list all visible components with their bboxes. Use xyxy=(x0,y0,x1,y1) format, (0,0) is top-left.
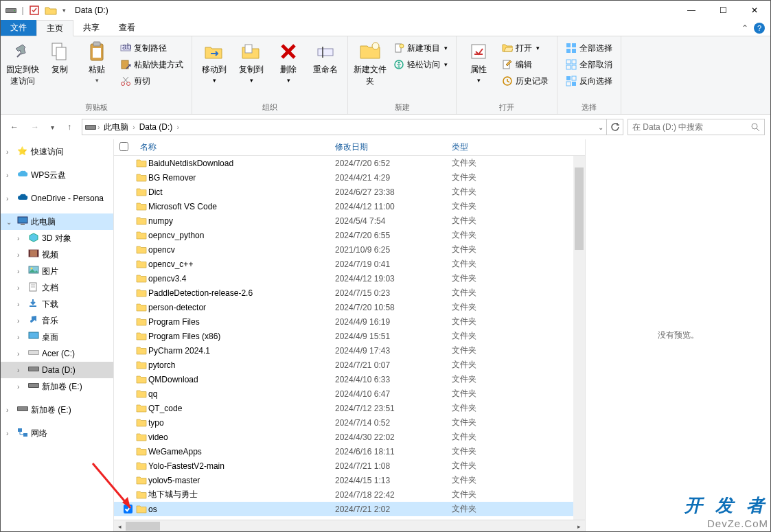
copy-path-button[interactable]: abc复制路径 xyxy=(117,41,186,56)
file-row[interactable]: yolov5-master2024/4/15 1:13文件夹 xyxy=(114,473,585,487)
rename-button[interactable]: 重命名 xyxy=(309,39,342,76)
move-to-button[interactable]: 移动到▾ xyxy=(198,39,231,84)
file-row[interactable]: Program Files (x86)2024/4/9 15:51文件夹 xyxy=(114,329,585,343)
search-box[interactable] xyxy=(628,119,765,135)
select-all-button[interactable]: 全部选择 xyxy=(563,41,615,56)
file-name: pytorch xyxy=(148,360,335,370)
file-row[interactable]: QMDownload2024/4/10 6:33文件夹 xyxy=(114,372,585,386)
copy-button[interactable]: 复制 xyxy=(43,39,76,76)
file-row[interactable]: person-detector2024/7/20 10:58文件夹 xyxy=(114,300,585,314)
file-row[interactable]: qq2024/4/10 6:47文件夹 xyxy=(114,386,585,401)
file-row[interactable]: numpy2024/5/4 7:54文件夹 xyxy=(114,213,585,228)
sidebar-acer-c[interactable]: ›Acer (C:) xyxy=(1,345,113,362)
file-row[interactable]: pytorch2024/7/21 0:07文件夹 xyxy=(114,358,585,372)
breadcrumb-dropdown-icon[interactable]: ⌄ xyxy=(598,124,603,131)
column-name[interactable]: 名称 xyxy=(136,141,335,153)
copy-to-button[interactable]: 复制到▾ xyxy=(235,39,268,84)
sidebar-desktop[interactable]: ›桌面 xyxy=(1,329,113,345)
file-row[interactable]: oepncv_python2024/7/20 6:55文件夹 xyxy=(114,228,585,242)
easy-access-button[interactable]: 轻松访问▾ xyxy=(391,57,450,72)
breadcrumb-sep-icon[interactable]: › xyxy=(97,124,100,131)
history-button[interactable]: 历史记录 xyxy=(499,73,551,89)
sidebar-data-d[interactable]: ›Data (D:) xyxy=(1,362,113,378)
ribbon-collapse-icon[interactable]: ⌃ xyxy=(741,23,748,33)
file-row[interactable]: Program Files2024/4/9 16:19文件夹 xyxy=(114,314,585,329)
breadcrumb-sep-icon[interactable]: › xyxy=(176,124,179,131)
svg-line-4 xyxy=(17,54,21,57)
delete-button[interactable]: 删除▾ xyxy=(272,39,305,84)
open-button[interactable]: 打开▾ xyxy=(499,41,551,56)
nav-back-button[interactable]: ← xyxy=(6,119,23,135)
sidebar-vol-e2[interactable]: ›新加卷 (E:) xyxy=(1,402,113,418)
sidebar-vol-e1[interactable]: ›新加卷 (E:) xyxy=(1,378,113,395)
minimize-button[interactable]: — xyxy=(676,1,707,20)
file-row[interactable]: typo2024/7/14 0:52文件夹 xyxy=(114,415,585,430)
cut-button[interactable]: 剪切 xyxy=(117,73,186,89)
horizontal-scrollbar[interactable]: ◂ ▸ xyxy=(114,520,585,531)
qat-newfolder[interactable] xyxy=(43,3,58,18)
sidebar-this-pc[interactable]: ⌄此电脑 xyxy=(1,213,113,230)
column-type[interactable]: 类型 xyxy=(452,141,534,153)
close-button[interactable]: ✕ xyxy=(739,1,770,20)
file-row[interactable]: Dict2024/6/27 23:38文件夹 xyxy=(114,185,585,199)
sidebar-wps[interactable]: ›WPS云盘 xyxy=(1,167,113,183)
sidebar-network[interactable]: ›网络 xyxy=(1,425,113,441)
paste-shortcut-button[interactable]: 粘贴快捷方式 xyxy=(117,57,186,72)
maximize-button[interactable]: ☐ xyxy=(707,1,739,20)
invert-selection-button[interactable]: 反向选择 xyxy=(563,73,615,89)
sidebar-3d-objects[interactable]: ›3D 对象 xyxy=(1,230,113,246)
sidebar-onedrive[interactable]: ›OneDrive - Persona xyxy=(1,190,113,207)
properties-button[interactable]: 属性▾ xyxy=(462,39,495,84)
refresh-button[interactable] xyxy=(607,119,623,135)
search-icon[interactable] xyxy=(750,122,760,132)
sidebar-music[interactable]: ›音乐 xyxy=(1,312,113,329)
sidebar-quick-access[interactable]: ›⭐快速访问 xyxy=(1,143,113,160)
help-icon[interactable]: ? xyxy=(754,23,765,34)
paste-button[interactable]: 粘贴 ▾ xyxy=(80,39,113,84)
file-row[interactable]: opencv_c++2024/7/19 0:41文件夹 xyxy=(114,257,585,271)
pin-to-quick-access-button[interactable]: 固定到快速访问 xyxy=(6,39,39,87)
file-row[interactable]: PaddleDetection-release-2.62024/7/15 0:2… xyxy=(114,286,585,300)
file-row[interactable]: 地下城与勇士2024/7/18 22:42文件夹 xyxy=(114,487,585,502)
column-date[interactable]: 修改日期 xyxy=(335,141,452,153)
tab-file[interactable]: 文件 xyxy=(1,20,36,36)
column-headers[interactable]: 名称 修改日期 类型 xyxy=(114,139,585,156)
sidebar-downloads[interactable]: ›下载 xyxy=(1,296,113,312)
sidebar-documents[interactable]: ›文档 xyxy=(1,279,113,296)
select-none-button[interactable]: 全部取消 xyxy=(563,57,615,72)
breadcrumb-this-pc[interactable]: 此电脑 xyxy=(101,122,131,133)
file-row[interactable]: opencv3.42024/4/12 19:03文件夹 xyxy=(114,271,585,286)
file-row[interactable]: BaiduNetdiskDownload2024/7/20 6:52文件夹 xyxy=(114,156,585,170)
breadcrumb-sep-icon[interactable]: › xyxy=(133,124,135,131)
new-folder-button[interactable]: 新建文件夹 xyxy=(354,39,387,87)
file-row[interactable]: QT_code2024/7/12 23:51文件夹 xyxy=(114,401,585,415)
nav-forward-button[interactable]: → xyxy=(27,119,43,135)
breadcrumb[interactable]: › 此电脑 › Data (D:) › ⌄ xyxy=(82,119,607,135)
select-all-checkbox[interactable] xyxy=(119,142,128,151)
file-row[interactable]: opencv2021/10/9 6:25文件夹 xyxy=(114,242,585,257)
sidebar-videos[interactable]: ›视频 xyxy=(1,246,113,263)
vertical-scrollbar[interactable] xyxy=(573,156,585,520)
sidebar-pictures[interactable]: ›图片 xyxy=(1,263,113,279)
edit-button[interactable]: 编辑 xyxy=(499,57,551,72)
file-row[interactable]: Yolo-FastestV2-main2024/7/21 1:08文件夹 xyxy=(114,459,585,473)
file-row[interactable]: WeGameApps2024/6/16 18:11文件夹 xyxy=(114,444,585,459)
search-input[interactable] xyxy=(632,122,750,132)
nav-recent-dropdown[interactable]: ▾ xyxy=(47,119,57,135)
nav-up-button[interactable]: ↑ xyxy=(61,119,78,135)
file-row[interactable]: os2024/7/21 2:02文件夹 xyxy=(114,502,585,516)
navigation-sidebar[interactable]: ›⭐快速访问 ›WPS云盘 ›OneDrive - Persona ⌄此电脑 ›… xyxy=(1,139,114,531)
tab-view[interactable]: 查看 xyxy=(109,20,145,36)
row-checkbox[interactable] xyxy=(124,505,133,513)
new-item-button[interactable]: 新建项目▾ xyxy=(391,41,450,56)
file-row[interactable]: Microsoft VS Code2024/4/12 11:00文件夹 xyxy=(114,199,585,213)
file-row[interactable]: PyCharm 2024.12024/4/9 17:43文件夹 xyxy=(114,343,585,358)
qat-dropdown[interactable]: ▾ xyxy=(60,3,68,18)
file-row[interactable]: BG Remover2024/4/21 4:29文件夹 xyxy=(114,170,585,185)
tab-home[interactable]: 主页 xyxy=(36,20,73,36)
tab-share[interactable]: 共享 xyxy=(73,20,109,36)
svg-point-26 xyxy=(398,62,400,64)
breadcrumb-location[interactable]: Data (D:) xyxy=(137,122,176,132)
file-row[interactable]: video2024/4/30 22:02文件夹 xyxy=(114,430,585,444)
qat-properties[interactable] xyxy=(27,3,42,18)
